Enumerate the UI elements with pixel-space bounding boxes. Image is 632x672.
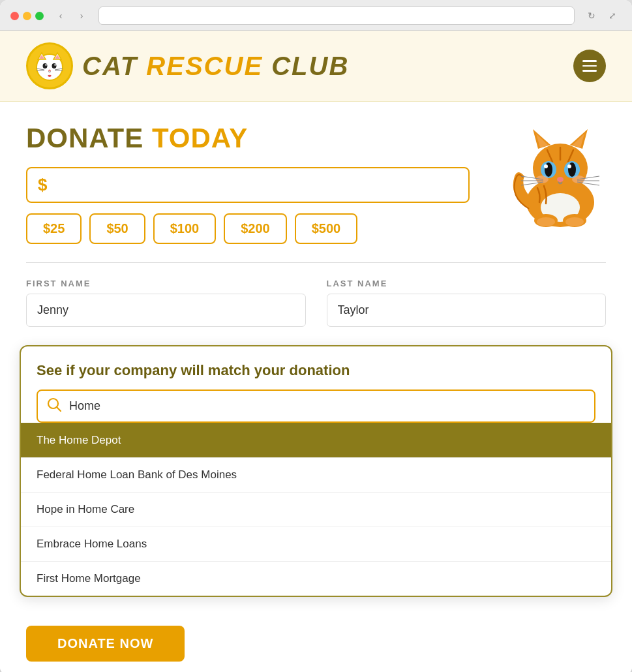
dropdown-item-2[interactable]: Federal Home Loan Bank of Des Moines (21, 457, 611, 492)
logo-club: CLUB (263, 52, 349, 80)
dropdown-results: The Home Depot Federal Home Loan Bank of… (21, 423, 611, 596)
donate-now-button[interactable]: DONATE NOW (26, 626, 185, 662)
amount-btn-50[interactable]: $50 (89, 213, 145, 244)
expand-button[interactable]: ⤢ (603, 7, 622, 25)
browser-actions: ↻ ⤢ (582, 7, 622, 25)
dot-red[interactable] (10, 12, 19, 20)
svg-point-28 (544, 164, 548, 168)
svg-point-30 (557, 177, 564, 182)
dot-yellow[interactable] (23, 12, 31, 20)
dropdown-item-5[interactable]: First Home Mortgage (21, 561, 611, 596)
first-name-group: FIRST NAME (26, 279, 306, 327)
dropdown-item-4[interactable]: Embrace Home Loans (21, 527, 611, 561)
company-search-input[interactable] (69, 399, 585, 413)
svg-point-8 (54, 64, 55, 65)
browser-dots (10, 12, 44, 20)
svg-point-41 (537, 217, 555, 226)
dropdown-item-3[interactable]: Hope in Home Care (21, 492, 611, 527)
dot-green[interactable] (35, 12, 44, 20)
svg-point-29 (567, 164, 571, 168)
amount-btn-500[interactable]: $500 (295, 213, 358, 244)
menu-line-1 (582, 60, 597, 62)
menu-line-2 (582, 65, 597, 67)
logo-cat: CAT (82, 52, 146, 80)
amount-btn-100[interactable]: $100 (153, 213, 217, 244)
dropdown-item-1[interactable]: The Home Depot (21, 423, 611, 457)
logo-text: CAT RESCUE CLUB (82, 52, 349, 81)
svg-point-7 (45, 64, 46, 65)
cat-illustration (502, 117, 612, 228)
amount-input-wrapper: $ (26, 167, 470, 203)
site-header: CAT RESCUE CLUB (0, 31, 632, 102)
main-area: DONATE TODAY $ $25 $50 $100 $200 $500 (0, 102, 632, 613)
browser-window: ‹ › ↻ ⤢ (0, 0, 632, 672)
section-divider (26, 262, 606, 263)
last-name-label: LAST NAME (327, 279, 607, 288)
search-icon (47, 397, 61, 415)
title-today: TODAY (152, 123, 248, 153)
company-search-wrapper (37, 389, 595, 423)
bottom-area: DONATE NOW (0, 613, 632, 672)
svg-point-5 (43, 63, 48, 69)
company-match-box: See if your company will match your dona… (20, 345, 612, 597)
logo-rescue: RESCUE (146, 52, 263, 80)
title-donate: DONATE (26, 123, 143, 153)
name-fields: FIRST NAME LAST NAME (26, 279, 606, 327)
reload-button[interactable]: ↻ (582, 7, 601, 25)
menu-line-3 (582, 70, 597, 72)
first-name-input[interactable] (26, 294, 306, 327)
amount-btn-200[interactable]: $200 (224, 213, 287, 244)
first-name-label: FIRST NAME (26, 279, 306, 288)
browser-chrome: ‹ › ↻ ⤢ (0, 0, 632, 31)
menu-button[interactable] (573, 50, 606, 82)
browser-nav: ‹ › (52, 7, 91, 25)
company-match-title: See if your company will match your dona… (37, 362, 595, 379)
amount-btn-25[interactable]: $25 (26, 213, 82, 244)
back-button[interactable]: ‹ (52, 7, 70, 25)
svg-point-42 (565, 217, 584, 226)
page-content: CAT RESCUE CLUB (0, 31, 632, 672)
cat-logo-icon (26, 42, 73, 89)
forward-button[interactable]: › (72, 7, 91, 25)
address-bar[interactable] (98, 7, 575, 25)
svg-line-44 (57, 407, 61, 411)
last-name-input[interactable] (327, 294, 607, 327)
logo-area: CAT RESCUE CLUB (26, 42, 349, 89)
svg-point-6 (52, 63, 57, 69)
dollar-sign-icon: $ (38, 175, 47, 195)
amount-input[interactable] (52, 177, 458, 194)
last-name-group: LAST NAME (327, 279, 607, 327)
svg-point-9 (48, 70, 51, 72)
